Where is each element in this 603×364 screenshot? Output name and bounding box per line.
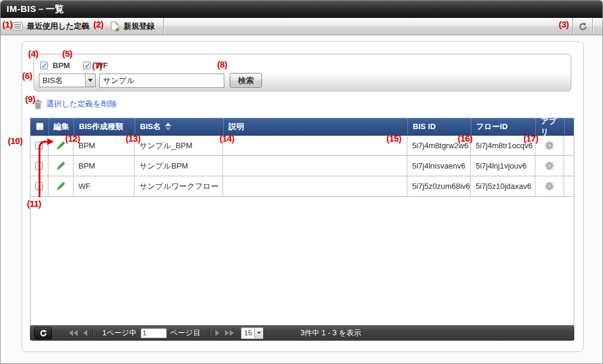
app-gear-icon[interactable] <box>545 161 554 170</box>
prev-page-icon[interactable] <box>83 330 87 336</box>
new-document-icon <box>111 22 120 32</box>
cell-bis-type: BPM <box>74 156 135 176</box>
header-flow-id: フローID <box>471 118 535 135</box>
cell-bis-name: サンプルBPM <box>135 156 223 176</box>
page-title: IM-BIS－一覧 <box>1 4 64 15</box>
pager-refresh-button[interactable] <box>34 327 52 339</box>
cell-bis-name: サンプルワークフロー <box>135 176 223 196</box>
dropdown-arrow-icon <box>254 328 263 338</box>
page-size-value: 15 <box>242 329 254 337</box>
annotation-8: (8) <box>217 59 227 69</box>
table-row: BPM サンプル_BPM 5i7j4m8tgrw2w6 5i7j4m8tr1oc… <box>31 136 574 156</box>
cell-app <box>535 156 564 176</box>
new-registration-button[interactable]: 新規登録 <box>99 18 163 35</box>
recent-list-icon <box>13 22 23 30</box>
pager-bar: 1ページ中 ページ目 15 3件中 1 - 3 を表示 <box>30 325 574 341</box>
dropdown-arrow-icon <box>85 74 95 87</box>
annotation-5: (5) <box>62 48 72 59</box>
edit-pencil-icon[interactable] <box>56 181 66 191</box>
pager-refresh-icon <box>39 329 47 337</box>
bpm-checkbox[interactable] <box>40 62 48 69</box>
header-bis-id: BIS ID <box>407 118 471 135</box>
annotation-12: (12) <box>65 133 80 143</box>
annotation-6: (6) <box>22 71 32 81</box>
search-button[interactable]: 検索 <box>230 73 262 88</box>
annotation-15: (15) <box>386 133 401 143</box>
page-suffix-label: ページ目 <box>170 328 201 338</box>
sort-desc-icon <box>165 127 171 131</box>
annotation-11: (11) <box>27 198 41 209</box>
cell-flow-id: 5i7j4lnj1vjouv6 <box>471 156 535 176</box>
header-checkbox-cell <box>31 118 48 135</box>
select-all-checkbox[interactable] <box>36 123 44 130</box>
cell-app <box>535 176 564 196</box>
title-bar: IM-BIS－一覧 <box>1 1 602 18</box>
app-gear-icon[interactable] <box>545 182 554 191</box>
annotation-arrow <box>34 137 56 198</box>
cell-bis-id: 5i7j4lnisvaenv6 <box>407 156 471 176</box>
search-condition-box: BPM WF BIS名 検索 <box>34 54 571 91</box>
cell-bis-name: サンプル_BPM <box>135 136 223 155</box>
annotation-17: (17) <box>523 133 538 143</box>
search-field-value: BIS名 <box>39 75 85 86</box>
annotation-14: (14) <box>220 133 234 143</box>
header-bis-name[interactable]: BIS名 <box>135 118 223 135</box>
delete-selected-link[interactable]: 選択した定義を削除 <box>46 99 117 109</box>
cell-app <box>535 136 564 155</box>
im-bis-list-window: IM-BIS－一覧 最近使用した定義 新規登録 <box>0 0 603 364</box>
refresh-button[interactable] <box>573 18 592 35</box>
header-bis-type: BIS作成種類 <box>74 118 135 135</box>
refresh-icon <box>578 22 587 31</box>
annotation-1: (1) <box>2 19 13 29</box>
cell-bis-id: 5i7j5z0zum68iv6 <box>407 176 471 196</box>
annotation-7: (7) <box>92 60 102 71</box>
pager-separator <box>93 328 93 338</box>
annotation-3: (3) <box>559 19 569 29</box>
table-row: WF サンプルワークフロー 5i7j5z0zum68iv6 5i7j5z10jd… <box>31 176 574 197</box>
cell-description <box>223 136 407 155</box>
content-panel: BPM WF BIS名 検索 <box>22 41 584 352</box>
sort-asc-icon <box>165 123 171 126</box>
cell-flow-id: 5i7j5z10jdaxav6 <box>471 176 535 196</box>
wf-checkbox[interactable] <box>83 62 91 69</box>
header-app: アプリ <box>535 118 564 135</box>
toolbar-separator <box>163 18 164 35</box>
app-gear-icon[interactable] <box>545 141 554 150</box>
header-description: 説明 <box>223 118 407 135</box>
cell-description <box>223 156 407 176</box>
next-page-icon[interactable] <box>215 330 220 336</box>
keyword-input[interactable] <box>99 74 224 88</box>
edit-pencil-icon[interactable] <box>56 140 66 151</box>
page-size-select[interactable]: 15 <box>241 328 263 339</box>
toolbar: 最近使用した定義 新規登録 <box>1 18 602 35</box>
annotation-2: (2) <box>93 19 103 29</box>
bpm-checkbox-label: BPM <box>53 61 70 70</box>
table-header-row: 編集 BIS作成種類 BIS名 説明 BIS ID フローID アプリ <box>31 118 574 136</box>
search-field-select[interactable]: BIS名 <box>39 74 96 87</box>
new-registration-label: 新規登録 <box>124 21 155 32</box>
definition-list-grid: 編集 BIS作成種類 BIS名 説明 BIS ID フローID アプリ <box>30 118 574 341</box>
annotation-9: (9) <box>25 94 35 104</box>
header-spacer <box>564 118 574 135</box>
recent-definitions-button[interactable]: 最近使用した定義 <box>1 18 98 35</box>
edit-pencil-icon[interactable] <box>56 161 66 171</box>
annotation-13: (13) <box>126 133 141 143</box>
last-page-icon[interactable] <box>225 330 234 336</box>
record-count-text: 3件中 1 - 3 を表示 <box>300 328 361 338</box>
delete-selected-row: 選択した定義を削除 <box>34 99 117 109</box>
cell-bis-type: WF <box>74 176 135 196</box>
annotation-10: (10) <box>8 136 23 146</box>
page-number-input[interactable] <box>141 328 167 338</box>
recent-definitions-label: 最近使用した定義 <box>27 21 90 32</box>
table-row: BPM サンプルBPM 5i7j4lnisvaenv6 5i7j4lnj1vjo… <box>31 156 574 176</box>
page-of-label: 1ページ中 <box>102 328 137 338</box>
pager-separator <box>209 328 210 338</box>
annotation-16: (16) <box>458 133 473 143</box>
first-page-icon[interactable] <box>69 330 78 336</box>
sort-indicator <box>165 123 171 131</box>
cell-description <box>223 176 407 196</box>
header-edit: 編集 <box>48 118 74 135</box>
annotation-4: (4) <box>28 48 38 59</box>
